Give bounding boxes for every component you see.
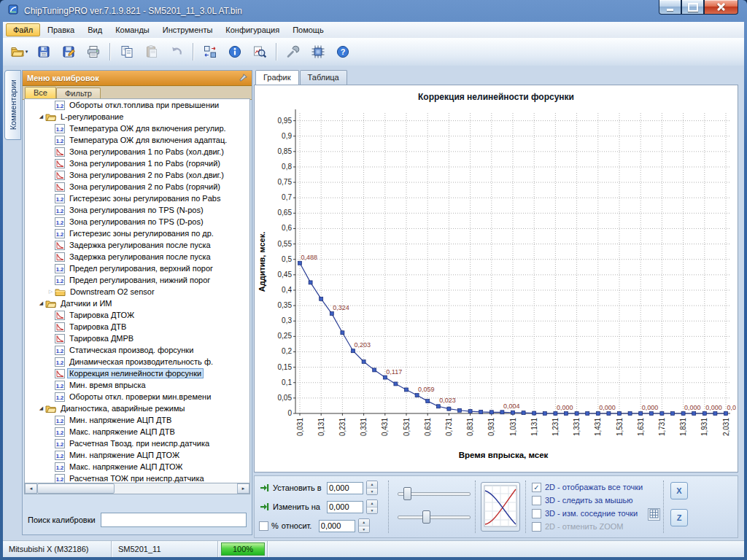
- maximize-button[interactable]: [681, 0, 704, 15]
- tab-filter[interactable]: Фильтр: [56, 88, 101, 99]
- checkbox[interactable]: [532, 509, 541, 518]
- tree-item-label: Тарировка ДТВ: [67, 322, 128, 332]
- close-button[interactable]: [704, 0, 738, 15]
- expand-arrow-icon[interactable]: ◢: [37, 300, 45, 306]
- tree-item[interactable]: 1.2Динамическая производительность ф.: [25, 356, 249, 368]
- tree-item-selected[interactable]: Коррекция нелинейности форсунки: [25, 368, 249, 379]
- tree-horizontal-scrollbar[interactable]: ◄ ►: [24, 483, 250, 494]
- undo-button[interactable]: [165, 42, 188, 62]
- tree-item[interactable]: ▷Downstream O2 sensor: [25, 286, 249, 298]
- slider-thumb[interactable]: [403, 487, 411, 500]
- collapse-arrow-icon[interactable]: ▷: [47, 289, 55, 295]
- tree-item[interactable]: 1.2Макс. напряжение АЦП ДТОЖ: [25, 461, 249, 472]
- tree-item[interactable]: Тарировка ДТОЖ: [25, 309, 249, 321]
- tree-item[interactable]: Задержка регулирования после пуска: [25, 239, 249, 251]
- tree-item[interactable]: Задержка регулирования после пуска: [25, 251, 249, 262]
- tree-item[interactable]: Зона регулирования 2 по Pabs (хол.двиг.): [25, 169, 249, 181]
- expand-arrow-icon[interactable]: ◢: [37, 114, 45, 120]
- tree-item[interactable]: 1.2Мин. время впрыска: [25, 379, 249, 391]
- menu-commands[interactable]: Команды: [109, 22, 156, 38]
- slider-top[interactable]: [398, 486, 471, 499]
- view-mode-button[interactable]: [481, 482, 520, 532]
- tree-item[interactable]: 1.2Статическая производ. форсунки: [25, 344, 249, 356]
- slider-thumb[interactable]: [422, 510, 430, 524]
- print-button[interactable]: [82, 42, 105, 62]
- svg-text:1.2: 1.2: [56, 464, 63, 470]
- tree-item[interactable]: Тарировка ДМРВ: [25, 332, 249, 344]
- transfer-button[interactable]: [198, 42, 222, 62]
- scroll-right-button[interactable]: ►: [237, 483, 249, 494]
- menu-help[interactable]: Помощь: [286, 22, 330, 38]
- chart-plot[interactable]: 00,050,10,150,20,250,30,350,40,450,50,55…: [271, 104, 736, 453]
- x-axis-button[interactable]: X: [670, 482, 688, 499]
- tools-button[interactable]: [282, 42, 305, 62]
- tree-item[interactable]: Зона регулирования 1 по Pabs (горячий): [25, 158, 249, 169]
- tree-item[interactable]: 1.2Зона регулирования по TPS (D-pos): [25, 216, 249, 228]
- tree-item[interactable]: 1.2Предел регулирования, нижний порог: [25, 274, 249, 286]
- checkbox[interactable]: [532, 522, 541, 532]
- tree-item[interactable]: 1.2Мин. напряжение АЦП ДТВ: [25, 414, 249, 426]
- minimize-button[interactable]: [659, 0, 681, 15]
- expand-arrow-icon[interactable]: ◢: [37, 405, 45, 411]
- scrollbar-thumb[interactable]: [37, 483, 115, 494]
- tree-item[interactable]: 1.2Предел регулирования, верхний порог: [25, 262, 249, 274]
- tree-item[interactable]: 1.2Гистерезис зоны регулирования по др.: [25, 228, 249, 239]
- tree-item[interactable]: 1.2Температура ОЖ для включения адаптац.: [25, 134, 249, 146]
- tree-item[interactable]: 1.2Расчетная Твозд. при неиспр.датчика: [25, 438, 249, 449]
- open-button[interactable]: ▾: [7, 42, 31, 62]
- save-as-button[interactable]: [57, 42, 80, 62]
- menu-tools[interactable]: Инструменты: [156, 22, 220, 38]
- menu-file[interactable]: Файл: [6, 23, 40, 36]
- tab-chart[interactable]: График: [255, 70, 299, 85]
- relative-value-spinner[interactable]: ▲▼: [358, 518, 370, 533]
- tree-item[interactable]: Зона регулирования 1 по Pabs (хол.двиг.): [25, 146, 249, 158]
- search-input[interactable]: [101, 513, 247, 527]
- grid-edit-button[interactable]: [648, 508, 660, 521]
- chip-button[interactable]: [306, 42, 330, 62]
- tree-item[interactable]: 1.2Зона регулирования по TPS (N-pos): [25, 204, 249, 216]
- percent-checkbox[interactable]: [259, 521, 268, 531]
- tree-item[interactable]: 1.2Гистерезис зоны регулирования по Pabs: [25, 192, 249, 204]
- tree-item[interactable]: 1.2Макс. напряжение АЦП ДТВ: [25, 426, 249, 438]
- change-value-input[interactable]: [327, 501, 363, 513]
- dropdown-arrow-icon[interactable]: ▾: [26, 49, 28, 55]
- change-value-spinner[interactable]: ▲▼: [366, 499, 378, 514]
- menu-configuration[interactable]: Конфигурация: [219, 22, 286, 38]
- set-value-spinner[interactable]: ▲▼: [366, 481, 378, 495]
- tree-item[interactable]: ◢Диагностика, аварийные режимы: [25, 402, 249, 414]
- option-3d-adjacent-points[interactable]: 3D - изм. соседние точки: [532, 507, 660, 520]
- tree-item[interactable]: 1.2Температура ОЖ для включения регулир.: [25, 122, 249, 134]
- paste-button[interactable]: [140, 42, 163, 62]
- tree-item[interactable]: 1.2Обороты откл. проверки мин.времени: [25, 391, 249, 402]
- relative-value-input[interactable]: [319, 520, 355, 532]
- calibration-panel-header[interactable]: Меню калибровок: [23, 71, 252, 86]
- set-value-input[interactable]: [327, 482, 363, 494]
- tree-item[interactable]: Тарировка ДТВ: [25, 321, 249, 332]
- help-button[interactable]: ?: [331, 42, 355, 62]
- tree-item[interactable]: Зона регулирования 2 по Pabs (горячий): [25, 181, 249, 192]
- scroll-left-button[interactable]: ◄: [25, 483, 37, 494]
- menu-view[interactable]: Вид: [81, 22, 109, 38]
- pin-icon[interactable]: [239, 71, 247, 85]
- copy-button[interactable]: [115, 42, 139, 62]
- z-axis-button[interactable]: Z: [670, 509, 688, 526]
- tree-item[interactable]: 1.2Расчетная ТОЖ при неиспр.датчика: [25, 472, 249, 483]
- tree-item[interactable]: ◢Датчики и ИМ: [25, 298, 249, 309]
- tree-item[interactable]: ◢L-регулирование: [25, 111, 249, 122]
- tab-table[interactable]: Таблица: [300, 70, 347, 85]
- titlebar[interactable]: ChipTuningPRO ver.7.1.9.821 - SM5201_11_…: [0, 0, 747, 22]
- scrollbar-track[interactable]: [37, 483, 237, 494]
- info-button[interactable]: [223, 42, 247, 62]
- checkbox[interactable]: [532, 496, 541, 505]
- option-3d-follow-mouse[interactable]: 3D - следить за мышью: [532, 494, 660, 507]
- tree-item[interactable]: 1.2Обороты откл.топлива при превышении: [25, 99, 249, 111]
- menu-edit[interactable]: Правка: [41, 22, 81, 38]
- tab-all[interactable]: Все: [25, 87, 56, 99]
- checkbox[interactable]: ✓: [532, 483, 541, 492]
- option-2d-show-all-points[interactable]: ✓2D - отображать все точки: [532, 481, 660, 494]
- save-button[interactable]: [32, 42, 55, 62]
- search-button[interactable]: [248, 42, 271, 62]
- slider-bottom[interactable]: [398, 510, 471, 523]
- comments-side-tab[interactable]: Комментарии: [4, 70, 21, 140]
- tree-item[interactable]: 1.2Мин. напряжение АЦП ДТОЖ: [25, 449, 249, 461]
